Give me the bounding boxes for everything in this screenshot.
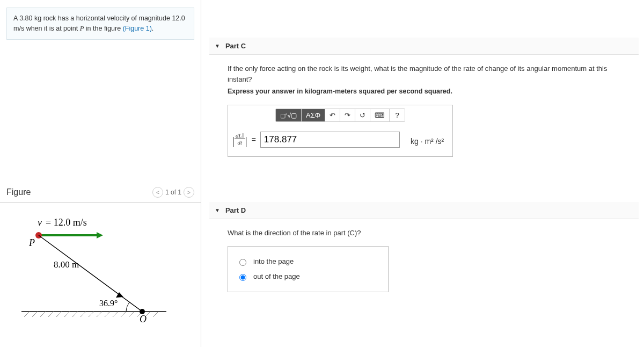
- angle-label: 36.9°: [99, 299, 118, 308]
- radio-out-of-page[interactable]: [239, 274, 246, 281]
- svg-line-11: [113, 312, 118, 317]
- part-c-header[interactable]: ▼ Part C: [209, 38, 639, 55]
- angle-arc: [126, 302, 130, 312]
- part-d-title: Part D: [225, 206, 246, 214]
- svg-line-9: [97, 312, 102, 317]
- problem-text-4: in the figure: [86, 25, 121, 32]
- choice-out-of-page[interactable]: out of the page: [237, 269, 379, 284]
- variable-label: |dL⃗dt|: [232, 133, 247, 147]
- pager-next-button[interactable]: >: [184, 187, 194, 198]
- svg-line-8: [89, 312, 94, 317]
- answer-editor: ▢▫√▢ ΑΣΦ ↶ ↷ ↺ ⌨ ? |dL⃗dt| =: [228, 105, 453, 157]
- pager-prev-button[interactable]: <: [152, 187, 163, 198]
- pager-text: 1 of 1: [165, 189, 181, 196]
- undo-button[interactable]: ↶: [325, 109, 340, 121]
- svg-line-16: [153, 312, 158, 317]
- svg-line-0: [24, 312, 30, 317]
- choice-into-page[interactable]: into the page: [237, 254, 379, 269]
- svg-line-5: [64, 312, 70, 317]
- problem-text: A: [13, 15, 19, 22]
- mass-unit: kg: [34, 15, 41, 22]
- svg-line-3: [48, 312, 54, 317]
- svg-line-1: [32, 312, 38, 317]
- velocity-arrowhead: [97, 232, 103, 238]
- figure-1-link[interactable]: (Figure 1): [123, 25, 152, 32]
- point-P: P: [80, 25, 84, 32]
- part-c-body: If the only force acting on the rock is …: [209, 55, 639, 170]
- ground-hatching: [24, 312, 158, 317]
- answer-input[interactable]: [260, 132, 400, 148]
- right-panel: ▼ Part C If the only force acting on the…: [209, 0, 639, 305]
- figure-diagram: v = 12.0 m/s P 8.00 m 36.9°: [21, 215, 182, 335]
- caret-down-icon: ▼: [215, 43, 220, 49]
- svg-line-6: [72, 312, 78, 317]
- choice-box: into the page out of the page: [228, 246, 389, 292]
- svg-line-13: [129, 312, 134, 317]
- svg-line-4: [56, 312, 62, 317]
- distance-line: [39, 235, 142, 312]
- svg-line-12: [121, 312, 126, 317]
- choice-a-label: into the page: [253, 257, 294, 265]
- choice-b-label: out of the page: [253, 272, 300, 280]
- svg-line-10: [105, 312, 110, 317]
- figure-title: Figure: [6, 187, 31, 197]
- radio-into-page[interactable]: [239, 259, 246, 266]
- part-d-header[interactable]: ▼ Part D: [209, 202, 639, 219]
- part-d-body: What is the direction of the rate in par…: [209, 219, 639, 305]
- answer-toolbar: ▢▫√▢ ΑΣΦ ↶ ↷ ↺ ⌨ ?: [228, 105, 452, 125]
- left-panel: A 3.80 kg rock has a horizontal velocity…: [0, 0, 201, 347]
- part-d: ▼ Part D What is the direction of the ra…: [209, 202, 639, 305]
- speed-unit: m/s: [13, 25, 24, 32]
- mass-value: 3.80: [19, 15, 32, 22]
- keyboard-button[interactable]: ⌨: [370, 109, 390, 121]
- origin-label: O: [140, 314, 147, 324]
- problem-text-3: when it is at point: [26, 25, 78, 32]
- answer-units: kg · m² /s²: [411, 137, 444, 146]
- part-c: ▼ Part C If the only force acting on the…: [209, 38, 639, 170]
- part-d-prompt: What is the direction of the rate in par…: [228, 228, 629, 238]
- equals-sign: =: [252, 135, 256, 144]
- part-c-prompt: If the only force acting on the rock is …: [228, 63, 629, 84]
- figure-header: Figure < 1 of 1 >: [0, 187, 201, 203]
- distance-label: 8.00 m: [54, 259, 79, 270]
- speed-value: 12.0: [172, 15, 185, 22]
- redo-button[interactable]: ↷: [340, 109, 355, 121]
- reset-button[interactable]: ↺: [355, 109, 370, 121]
- point-P-label: P: [28, 237, 35, 248]
- velocity-eq: = 12.0 m/s: [46, 217, 87, 228]
- figure-pager: < 1 of 1 >: [152, 187, 194, 198]
- problem-text-2: rock has a horizontal velocity of magnit…: [43, 15, 170, 22]
- part-c-title: Part C: [225, 42, 246, 50]
- help-button[interactable]: ?: [390, 109, 405, 121]
- svg-line-7: [80, 312, 86, 317]
- greek-symbols-button[interactable]: ΑΣΦ: [302, 109, 325, 121]
- caret-down-icon: ▼: [215, 207, 220, 213]
- velocity-label: v: [38, 217, 42, 228]
- part-c-instruction: Express your answer in kilogram-meters s…: [228, 88, 629, 95]
- svg-line-2: [40, 312, 46, 317]
- templates-button[interactable]: ▢▫√▢: [276, 109, 302, 121]
- problem-statement: A 3.80 kg rock has a horizontal velocity…: [6, 8, 194, 40]
